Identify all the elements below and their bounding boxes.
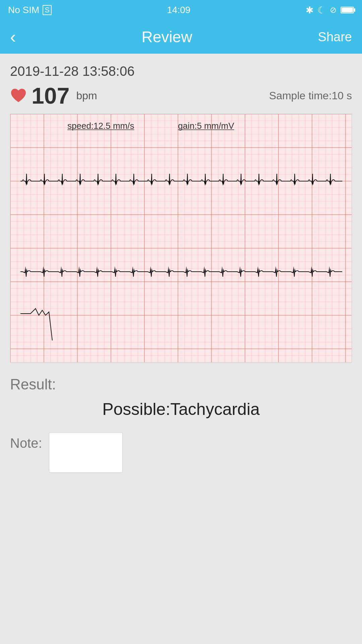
app-header: ‹ Review Share: [0, 20, 362, 54]
note-input[interactable]: [49, 432, 123, 473]
main-content: 2019-11-28 13:58:06 107 bpm Sample time:…: [0, 54, 362, 486]
status-bar: No SIM S 14:09 ✱ ☾ ⊘: [0, 0, 362, 20]
back-button[interactable]: ‹: [10, 27, 16, 47]
result-label: Result:: [10, 376, 352, 393]
battery-icon: [341, 7, 354, 13]
note-row: Note:: [10, 432, 352, 473]
heart-rate-row: 107 bpm Sample time:10 s: [10, 84, 352, 107]
status-left: No SIM S: [8, 5, 52, 15]
share-button[interactable]: Share: [318, 30, 352, 44]
record-date: 2019-11-28 13:58:06: [10, 64, 352, 79]
status-right: ✱ ☾ ⊘: [306, 5, 354, 16]
bpm-value: 107: [32, 84, 69, 107]
bluetooth-icon: ✱: [306, 5, 313, 16]
signal-icon: ⊘: [330, 5, 337, 15]
ecg-chart: [10, 114, 352, 363]
page-title: Review: [142, 28, 192, 46]
sample-time: Sample time:10 s: [269, 90, 352, 102]
status-time: 14:09: [167, 5, 190, 15]
sim-icon: S: [43, 5, 52, 15]
note-label: Note:: [10, 432, 42, 451]
ecg-canvas: [10, 114, 352, 362]
moon-icon: ☾: [317, 5, 326, 16]
result-value: Possible:Tachycardia: [10, 399, 352, 419]
heart-icon: [10, 87, 27, 104]
heart-left: 107 bpm: [10, 84, 97, 107]
sim-label: No SIM: [8, 5, 39, 15]
bpm-unit: bpm: [76, 90, 97, 102]
result-section: Result: Possible:Tachycardia: [10, 376, 352, 419]
